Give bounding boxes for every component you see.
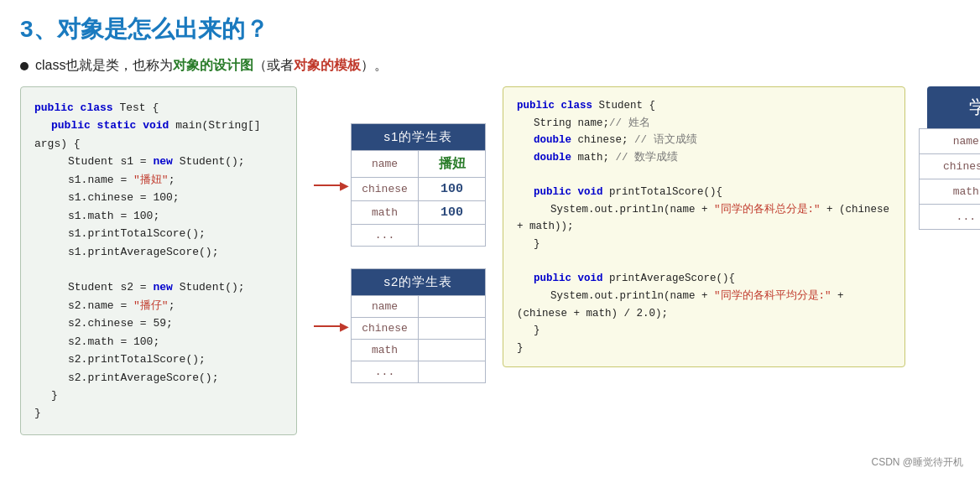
xsb-title: 学生表: [927, 86, 980, 128]
page: 3、对象是怎么出来的？ class也就是类，也称为对象的设计图（或者对象的模板）…: [0, 0, 980, 478]
middle-section: ▶ s1的学生表 name 播妞 chinese 100: [314, 86, 486, 383]
s1-field-etc: ...: [352, 225, 419, 247]
s1-table: s1的学生表 name 播妞 chinese 100 math 100: [351, 123, 486, 247]
s1-field-chinese: chinese: [352, 178, 419, 201]
s2-table-wrapper: s2的学生表 name chinese math: [351, 268, 486, 383]
student-class-block: public class Student { String name;// 姓名…: [503, 86, 905, 367]
s2-field-math: math: [352, 340, 419, 361]
s2-table-header: s2的学生表: [352, 269, 486, 296]
right-section: public class Student { String name;// 姓名…: [503, 86, 980, 367]
s1-table-header: s1的学生表: [352, 124, 486, 151]
s1-val-math: 100: [419, 201, 486, 225]
s2-table: s2的学生表 name chinese math: [351, 268, 486, 383]
s2-val-math: [419, 340, 486, 361]
right-top-area: public class Student { String name;// 姓名…: [503, 86, 980, 367]
s1-field-math: math: [352, 201, 419, 225]
left-code-block: public class Test { public static void m…: [20, 86, 297, 435]
bullet-dot: [20, 62, 29, 70]
xsb-row-math: math: [920, 179, 981, 205]
footer: CSDN @睡觉待开机: [871, 455, 963, 470]
s2-field-chinese: chinese: [352, 318, 419, 340]
bullet-text: class也就是类，也称为对象的设计图（或者对象的模板）。: [35, 57, 388, 75]
s1-val-chinese: 100: [419, 178, 486, 201]
xsb-table: name chinese math ...: [919, 128, 980, 230]
xsb-row-name: name: [920, 129, 981, 154]
s2-val-etc: [419, 361, 486, 383]
bullet-point: class也就是类，也称为对象的设计图（或者对象的模板）。: [20, 57, 960, 75]
s2-val-chinese: [419, 318, 486, 340]
s1-field-name: name: [352, 151, 419, 178]
xsb-row-chinese: chinese: [920, 154, 981, 179]
s2-field-etc: ...: [352, 361, 419, 383]
content-row: public class Test { public static void m…: [20, 86, 960, 435]
s1-val-name: 播妞: [419, 151, 486, 178]
page-title: 3、对象是怎么出来的？: [20, 13, 960, 45]
s2-val-name: [419, 296, 486, 318]
s1-table-wrapper: s1的学生表 name 播妞 chinese 100 math 100: [351, 123, 486, 247]
s2-field-name: name: [352, 296, 419, 318]
xsb-row-etc: ...: [920, 205, 981, 230]
s1-val-etc: [419, 225, 486, 247]
xue-sheng-biao: 学生表 name chinese math: [919, 86, 980, 230]
